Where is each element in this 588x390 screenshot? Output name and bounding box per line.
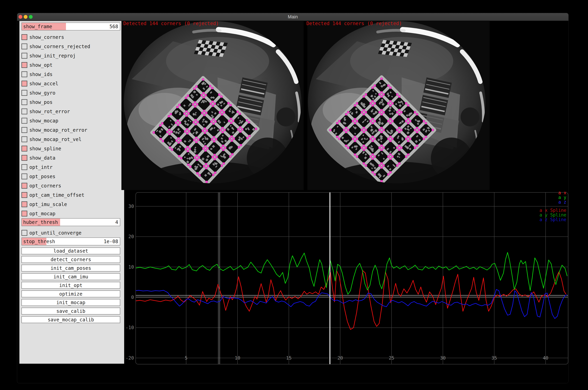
checkbox-show_opt[interactable]: show_opt: [21, 60, 120, 70]
slider-huber_thresh[interactable]: huber_thresh4: [21, 218, 120, 226]
unchecked-checkbox-icon[interactable]: [21, 108, 27, 114]
y-tick-label: -10: [125, 325, 134, 330]
checkbox-label: show_mocap_rot_error: [29, 127, 87, 133]
window-title: Main: [17, 14, 568, 20]
legend-entry: a x: [558, 190, 566, 195]
button-load_dataset[interactable]: load_dataset: [21, 247, 120, 254]
legend-entry: a y: [558, 195, 566, 200]
x-tick-label: 10: [235, 355, 240, 361]
x-tick-label: 25: [389, 355, 394, 361]
detection-status-cam0: Detected 144 corners (0 rejected): [123, 21, 219, 26]
ceiling-light-arc: [378, 30, 404, 32]
y-tick-label: 10: [128, 264, 134, 270]
checkbox-opt_intr[interactable]: opt_intr: [21, 162, 120, 172]
plot-panel: 3020100-10-20510152025303540a xa ya za x…: [124, 190, 568, 383]
checkbox-label: opt_intr: [29, 164, 53, 170]
button-optimize[interactable]: optimize: [21, 291, 120, 297]
unchecked-checkbox-icon[interactable]: [21, 71, 27, 77]
checkbox-opt_poses[interactable]: opt_poses: [21, 172, 120, 181]
x-tick-label: 20: [337, 355, 343, 361]
checkbox-show_mocap_rot_vel[interactable]: show_mocap_rot_vel: [21, 135, 120, 144]
slider-value: 1e-08: [104, 239, 118, 244]
slider-value: 4: [115, 219, 118, 225]
checkbox-show_pos[interactable]: show_pos: [21, 98, 120, 107]
checkbox-label: show_mocap_rot_vel: [29, 137, 81, 142]
accel-plot[interactable]: 3020100-10-20510152025303540a xa ya za x…: [124, 190, 568, 383]
button-save_calib[interactable]: save_calib: [21, 308, 120, 314]
checked-checkbox-icon[interactable]: [21, 192, 27, 198]
checkbox-label: opt_poses: [29, 174, 55, 179]
checkbox-label: opt_imu_scale: [29, 201, 67, 207]
zoom-button[interactable]: [29, 15, 33, 19]
checkbox-label: show_mocap: [29, 118, 58, 124]
button-init_cam_imu[interactable]: init_cam_imu: [21, 273, 120, 280]
checkbox-label: opt_cam_time_offset: [29, 192, 84, 198]
y-tick-label: 0: [131, 294, 134, 300]
titlebar[interactable]: Main: [17, 13, 568, 21]
checkbox-show_init_reproj[interactable]: show_init_reproj: [21, 51, 120, 60]
camera-view-right: [307, 21, 490, 190]
checkbox-opt_corners[interactable]: opt_corners: [21, 181, 120, 190]
unchecked-checkbox-icon[interactable]: [21, 44, 27, 49]
checkbox-show_corners_rejected[interactable]: show_corners_rejected: [21, 42, 120, 51]
slider-show_frame[interactable]: show_frame568: [21, 23, 120, 30]
checkbox-label: show_spline: [29, 146, 61, 151]
slider-stop_thresh[interactable]: stop_thresh1e-08: [21, 238, 120, 245]
checkbox-show_rot_error[interactable]: show_rot_error: [21, 107, 120, 116]
unchecked-checkbox-icon[interactable]: [21, 118, 27, 124]
button-init_cam_poses[interactable]: init_cam_poses: [21, 265, 120, 272]
checkbox-label: show_opt: [29, 62, 53, 68]
legend-entry: a x Spline: [539, 208, 566, 213]
checkbox-opt_mocap[interactable]: opt_mocap: [21, 209, 120, 218]
fisheye-image-cam0: [121, 21, 304, 190]
legend-entry: a z: [558, 199, 566, 205]
checkbox-opt_until_converge[interactable]: opt_until_converge: [21, 228, 120, 238]
unchecked-checkbox-icon[interactable]: [21, 230, 27, 236]
checkbox-opt_imu_scale[interactable]: opt_imu_scale: [21, 200, 120, 209]
checkbox-show_data[interactable]: show_data: [21, 153, 120, 162]
checked-checkbox-icon[interactable]: [21, 201, 27, 207]
checkbox-label: opt_until_converge: [29, 230, 81, 236]
slider-label: huber_thresh: [23, 219, 58, 225]
main-window: Main show_frame568show_cornersshow_corne…: [17, 13, 568, 383]
checkbox-label: opt_corners: [29, 183, 61, 189]
checked-checkbox-icon[interactable]: [21, 34, 27, 40]
checkbox-opt_cam_time_offset[interactable]: opt_cam_time_offset: [21, 190, 120, 200]
checked-checkbox-icon[interactable]: [21, 211, 27, 216]
minimize-button[interactable]: [24, 15, 28, 19]
checked-checkbox-icon[interactable]: [21, 62, 27, 68]
x-tick-label: 30: [440, 355, 446, 361]
slider-label: stop_thresh: [23, 239, 55, 244]
unchecked-checkbox-icon[interactable]: [21, 174, 27, 179]
unchecked-checkbox-icon[interactable]: [21, 127, 27, 133]
button-init_opt[interactable]: init_opt: [21, 282, 120, 289]
checkbox-show_corners[interactable]: show_corners: [21, 33, 120, 42]
checkbox-show_accel[interactable]: show_accel: [21, 79, 120, 88]
checkbox-show_mocap[interactable]: show_mocap: [21, 116, 120, 125]
checkbox-label: show_ids: [29, 72, 53, 77]
close-button[interactable]: [19, 15, 22, 19]
button-save_mocap_calib[interactable]: save_mocap_calib: [21, 316, 120, 323]
slider-value: 568: [109, 24, 118, 29]
checked-checkbox-icon[interactable]: [21, 155, 27, 161]
screen: { "window": {"title": "Main"}, "titlebar…: [0, 0, 588, 390]
unchecked-checkbox-icon[interactable]: [21, 136, 27, 142]
checkbox-show_spline[interactable]: show_spline: [21, 144, 120, 153]
checked-checkbox-icon[interactable]: [21, 146, 27, 151]
unchecked-checkbox-icon[interactable]: [21, 90, 27, 96]
x-tick-label: 40: [543, 355, 549, 361]
checkbox-show_mocap_rot_error[interactable]: show_mocap_rot_error: [21, 125, 120, 135]
y-tick-label: -20: [125, 355, 134, 361]
checked-checkbox-icon[interactable]: [21, 183, 27, 189]
checkbox-label: show_init_reproj: [29, 53, 76, 59]
checkbox-show_ids[interactable]: show_ids: [21, 70, 120, 79]
camera-view-left: [121, 21, 304, 190]
checkbox-show_gyro[interactable]: show_gyro: [21, 88, 120, 98]
unchecked-checkbox-icon[interactable]: [21, 164, 27, 170]
checked-checkbox-icon[interactable]: [21, 81, 27, 87]
unchecked-checkbox-icon[interactable]: [21, 99, 27, 105]
button-detect_corners[interactable]: detect_corners: [21, 256, 120, 263]
unchecked-checkbox-icon[interactable]: [21, 53, 27, 59]
checkbox-label: show_pos: [29, 99, 53, 105]
button-init_mocap[interactable]: init_mocap: [21, 299, 120, 306]
